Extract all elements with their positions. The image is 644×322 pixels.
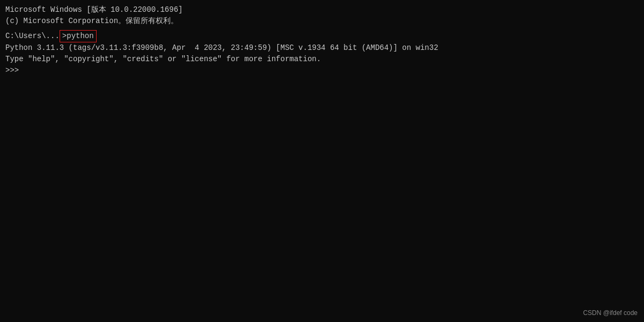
- watermark: CSDN @ifdef code: [583, 309, 638, 317]
- terminal-window[interactable]: Microsoft Windows [版本 10.0.22000.1696] (…: [0, 0, 644, 322]
- command-input-line: C:\Users\... >python: [5, 30, 639, 42]
- copyright-line: (c) Microsoft Corporation。保留所有权利。: [5, 16, 639, 27]
- python-version-line: Python 3.11.3 (tags/v3.11.3:f3909b8, Apr…: [5, 42, 639, 54]
- prompt-path: C:\Users\...: [5, 31, 60, 42]
- python-prompt: >>>: [5, 65, 639, 76]
- python-command: >python: [60, 30, 97, 42]
- windows-version-line: Microsoft Windows [版本 10.0.22000.1696]: [5, 4, 639, 16]
- type-hint-line: Type "help", "copyright", "credits" or "…: [5, 54, 639, 65]
